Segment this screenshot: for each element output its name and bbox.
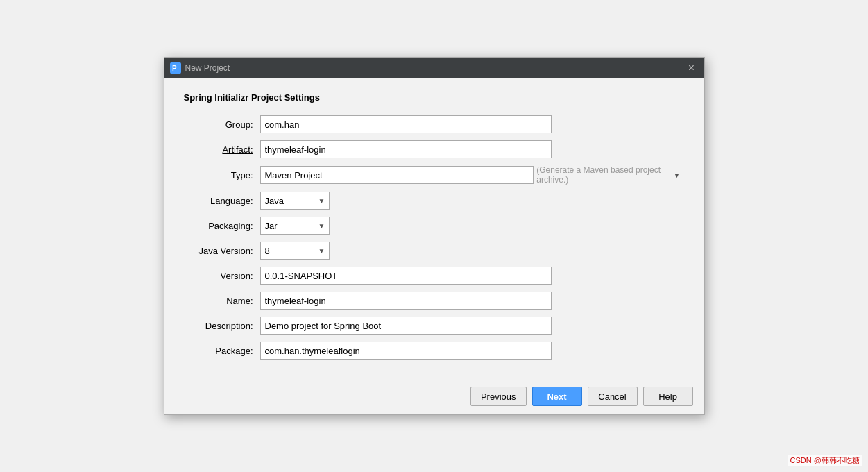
- next-button[interactable]: Next: [532, 387, 582, 406]
- name-label: Name:: [184, 296, 260, 306]
- language-select-container: Java Kotlin Groovy ▼: [260, 192, 330, 210]
- group-input[interactable]: [260, 115, 552, 133]
- java-version-select[interactable]: 8 11 17 21: [260, 242, 330, 260]
- language-select[interactable]: Java Kotlin Groovy: [260, 192, 330, 210]
- version-label: Version:: [184, 271, 260, 281]
- dialog-footer: Previous Next Cancel Help: [164, 378, 704, 414]
- packaging-label: Packaging:: [184, 221, 260, 231]
- java-version-row: Java Version: 8 11 17 21 ▼: [184, 242, 685, 260]
- cancel-button[interactable]: Cancel: [588, 387, 638, 406]
- name-input[interactable]: [260, 292, 552, 310]
- description-label: Description:: [184, 321, 260, 331]
- version-input[interactable]: [260, 267, 552, 285]
- dialog-content: Spring Initializr Project Settings Group…: [164, 78, 704, 378]
- language-row: Language: Java Kotlin Groovy ▼: [184, 192, 685, 210]
- artifact-row: Artifact:: [184, 140, 685, 158]
- type-select-container: Maven Project Gradle Project (Generate a…: [260, 165, 685, 185]
- package-row: Package:: [184, 342, 685, 360]
- type-label: Type:: [184, 170, 260, 180]
- language-label: Language:: [184, 196, 260, 206]
- help-button[interactable]: Help: [643, 387, 693, 406]
- group-label: Group:: [184, 119, 260, 130]
- artifact-input[interactable]: [260, 140, 552, 158]
- version-row: Version:: [184, 267, 685, 285]
- java-version-select-container: 8 11 17 21 ▼: [260, 242, 330, 260]
- packaging-select[interactable]: Jar War: [260, 217, 330, 235]
- packaging-select-container: Jar War ▼: [260, 217, 330, 235]
- package-label: Package:: [184, 346, 260, 356]
- new-project-dialog: P New Project × Spring Initializr Projec…: [164, 57, 705, 415]
- packaging-row: Packaging: Jar War ▼: [184, 217, 685, 235]
- type-select[interactable]: Maven Project Gradle Project: [260, 166, 534, 184]
- watermark: CSDN @韩韩不吃糖: [788, 455, 862, 466]
- svg-text:P: P: [172, 65, 177, 72]
- java-version-label: Java Version:: [184, 246, 260, 256]
- type-row: Type: Maven Project Gradle Project (Gene…: [184, 165, 685, 185]
- package-input[interactable]: [260, 342, 552, 360]
- previous-button[interactable]: Previous: [470, 387, 527, 406]
- dialog-title: New Project: [185, 63, 685, 73]
- name-row: Name:: [184, 292, 685, 310]
- title-bar: P New Project ×: [164, 58, 704, 78]
- description-row: Description:: [184, 317, 685, 335]
- section-title: Spring Initializr Project Settings: [184, 92, 685, 103]
- close-button[interactable]: ×: [685, 61, 699, 75]
- artifact-label: Artifact:: [184, 144, 260, 155]
- type-note: (Generate a Maven based project archive.…: [536, 165, 684, 185]
- group-row: Group:: [184, 115, 685, 133]
- app-icon: P: [170, 62, 181, 74]
- description-input[interactable]: [260, 317, 552, 335]
